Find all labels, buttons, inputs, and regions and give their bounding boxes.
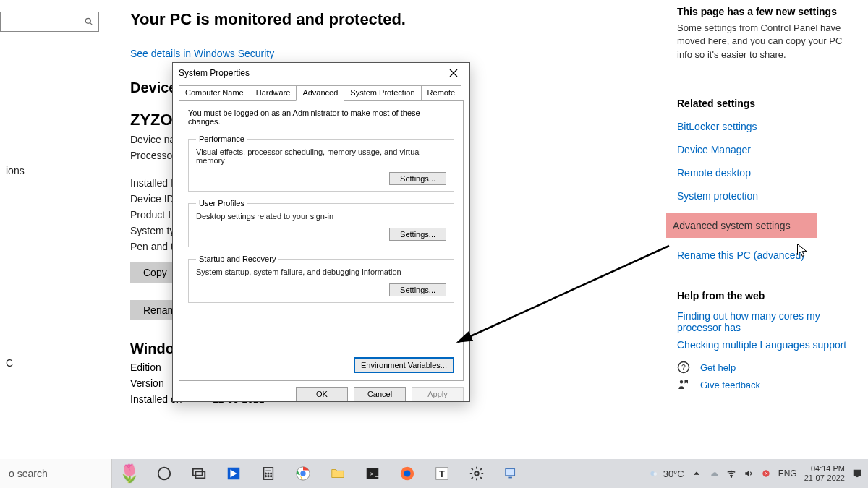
- svg-line-5: [458, 246, 669, 342]
- firefox-icon[interactable]: [390, 459, 425, 488]
- get-help-row[interactable]: ? Get help: [677, 361, 858, 374]
- bitlocker-link[interactable]: BitLocker settings: [677, 121, 858, 132]
- tab-advanced[interactable]: Advanced: [296, 85, 344, 101]
- taskbar-decorative-icon[interactable]: 🌷: [112, 459, 147, 488]
- calculator-icon[interactable]: [251, 459, 286, 488]
- performance-group: Performance Visual effects, processor sc…: [188, 134, 454, 192]
- taskbar-time: 04:14 PM: [804, 464, 845, 474]
- give-feedback-row[interactable]: Give feedback: [677, 378, 858, 391]
- notifications-icon[interactable]: [852, 468, 862, 479]
- performance-settings-button[interactable]: Settings...: [389, 172, 446, 185]
- user-profiles-legend: User Profiles: [196, 199, 247, 207]
- svg-point-32: [653, 472, 657, 476]
- tab-system-protection[interactable]: System Protection: [344, 85, 421, 101]
- remote-desktop-link[interactable]: Remote desktop: [677, 167, 858, 179]
- svg-rect-29: [506, 469, 515, 476]
- svg-text:✕: ✕: [764, 471, 767, 476]
- settings-icon[interactable]: [459, 459, 494, 488]
- taskbar-pinned: 🌷 ＞_ T: [112, 459, 529, 488]
- user-profiles-group: User Profiles Desktop settings related t…: [188, 199, 454, 247]
- get-help-label: Get help: [700, 362, 736, 373]
- mouse-cursor: [796, 243, 810, 260]
- tab-computer-name[interactable]: Computer Name: [179, 85, 250, 101]
- system-protection-link[interactable]: System protection: [677, 190, 858, 202]
- startup-recovery-desc: System startup, system failure, and debu…: [196, 267, 446, 276]
- feedback-icon: [677, 378, 690, 391]
- search-box[interactable]: [0, 12, 99, 32]
- performance-legend: Performance: [196, 134, 247, 143]
- taskbar-search[interactable]: o search: [0, 459, 112, 488]
- settings-left-nav: ions C: [0, 0, 109, 459]
- ok-button[interactable]: OK: [296, 387, 348, 401]
- svg-text:＞_: ＞_: [369, 470, 380, 477]
- taskbar: o search 🌷 ＞_ T 30°C ✕ ENG 04:14 PM 21-0…: [0, 459, 868, 488]
- onedrive-icon[interactable]: [709, 468, 719, 479]
- chevron-up-icon[interactable]: [692, 468, 702, 479]
- security-tray-icon[interactable]: ✕: [761, 468, 771, 479]
- nav-item-fragment-2[interactable]: C: [0, 354, 19, 372]
- dialog-titlebar[interactable]: System Properties: [173, 63, 469, 83]
- volume-icon[interactable]: [744, 468, 754, 479]
- system-properties-dialog: System Properties Computer Name Hardware…: [172, 62, 470, 402]
- svg-rect-36: [854, 470, 860, 475]
- give-feedback-label: Give feedback: [700, 380, 760, 390]
- startup-recovery-settings-button[interactable]: Settings...: [389, 283, 446, 296]
- nav-item-fragment-1[interactable]: ions: [0, 162, 30, 179]
- taskbar-clock[interactable]: 04:14 PM 21-07-2022: [804, 464, 845, 482]
- admin-warning-text: You must be logged on as an Administrato…: [188, 108, 454, 126]
- svg-point-17: [265, 476, 266, 477]
- svg-line-1: [90, 22, 92, 25]
- svg-point-19: [271, 476, 272, 477]
- terminal-icon[interactable]: ＞_: [355, 459, 390, 488]
- tab-hardware[interactable]: Hardware: [250, 85, 297, 101]
- startup-recovery-legend: Startup and Recovery: [196, 254, 278, 263]
- svg-point-21: [300, 471, 305, 476]
- advanced-system-settings-link[interactable]: Advanced system settings: [666, 213, 817, 238]
- see-details-link[interactable]: See details in Windows Security: [130, 48, 274, 59]
- dialog-footer: OK Cancel Apply: [173, 387, 469, 407]
- svg-point-33: [731, 476, 731, 477]
- svg-point-4: [680, 380, 684, 384]
- user-profiles-desc: Desktop settings related to your sign-in: [196, 212, 446, 221]
- svg-point-8: [158, 468, 171, 480]
- dialog-title: System Properties: [179, 68, 250, 78]
- help-icon: ?: [677, 361, 690, 374]
- dialog-tabs: Computer Name Hardware Advanced System P…: [179, 85, 464, 100]
- dialog-close-button[interactable]: [441, 66, 467, 80]
- tab-remote[interactable]: Remote: [421, 85, 462, 101]
- environment-variables-button[interactable]: Environment Variables...: [354, 357, 454, 373]
- language-indicator[interactable]: ENG: [778, 468, 797, 479]
- wifi-icon[interactable]: [726, 468, 736, 479]
- weather-widget[interactable]: 30°C: [649, 468, 684, 479]
- svg-point-25: [404, 470, 410, 476]
- cortana-icon[interactable]: [147, 459, 182, 488]
- related-settings-heading: Related settings: [677, 98, 858, 109]
- task-view-icon[interactable]: [182, 459, 216, 488]
- search-icon: [84, 17, 94, 27]
- svg-rect-30: [508, 477, 512, 479]
- svg-point-18: [268, 476, 269, 477]
- performance-desc: Visual effects, processor scheduling, me…: [196, 147, 446, 165]
- apply-button[interactable]: Apply: [412, 387, 464, 401]
- user-profiles-settings-button[interactable]: Settings...: [389, 228, 446, 241]
- svg-point-15: [268, 473, 269, 474]
- new-settings-note: Some settings from Control Panel have mo…: [677, 22, 858, 61]
- system-properties-taskbar-icon[interactable]: [494, 459, 529, 488]
- help-languages-link[interactable]: Checking multiple Languages support: [677, 339, 858, 351]
- video-editor-icon[interactable]: [216, 459, 251, 488]
- file-explorer-icon[interactable]: [320, 459, 355, 488]
- cancel-button[interactable]: Cancel: [354, 387, 406, 401]
- svg-point-0: [85, 18, 90, 23]
- rename-pc-advanced-link[interactable]: Rename this PC (advanced): [677, 249, 858, 261]
- device-manager-link[interactable]: Device Manager: [677, 144, 858, 155]
- svg-point-16: [271, 473, 272, 474]
- protection-heading: Your PC is monitored and protected.: [130, 10, 651, 29]
- svg-text:?: ?: [681, 363, 686, 372]
- chrome-icon[interactable]: [286, 459, 320, 488]
- startup-recovery-group: Startup and Recovery System startup, sys…: [188, 254, 454, 303]
- svg-point-28: [475, 471, 479, 476]
- annotation-arrow: [452, 242, 676, 358]
- weather-temp: 30°C: [663, 468, 684, 479]
- help-cores-link[interactable]: Finding out how many cores my processor …: [677, 310, 858, 333]
- text-app-icon[interactable]: T: [425, 459, 459, 488]
